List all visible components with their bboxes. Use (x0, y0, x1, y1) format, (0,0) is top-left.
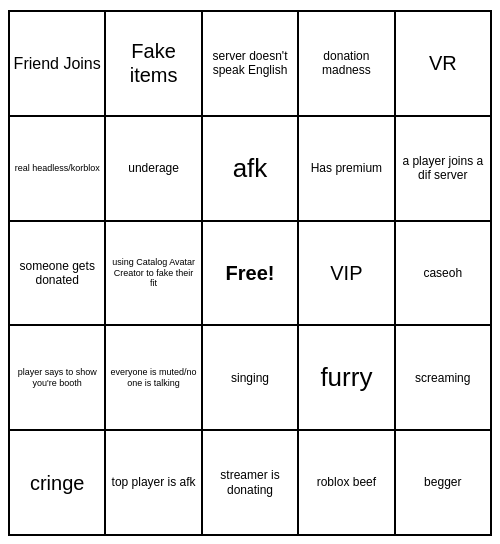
bingo-cell: donation madness (299, 12, 395, 117)
bingo-cell: afk (203, 117, 299, 222)
bingo-cell: using Catalog Avatar Creator to fake the… (106, 222, 202, 327)
bingo-cell: top player is afk (106, 431, 202, 536)
bingo-cell: streamer is donating (203, 431, 299, 536)
bingo-cell: Free! (203, 222, 299, 327)
bingo-cell: a player joins a dif server (396, 117, 492, 222)
bingo-cell: VR (396, 12, 492, 117)
bingo-cell: server doesn't speak English (203, 12, 299, 117)
bingo-cell: Friend Joins (10, 12, 106, 117)
bingo-grid: Friend JoinsFake itemsserver doesn't spe… (8, 10, 492, 536)
bingo-cell: singing (203, 326, 299, 431)
bingo-cell: cringe (10, 431, 106, 536)
bingo-cell: caseoh (396, 222, 492, 327)
bingo-cell: furry (299, 326, 395, 431)
bingo-cell: Fake items (106, 12, 202, 117)
bingo-cell: underage (106, 117, 202, 222)
bingo-cell: begger (396, 431, 492, 536)
bingo-cell: Has premium (299, 117, 395, 222)
bingo-cell: roblox beef (299, 431, 395, 536)
bingo-cell: everyone is muted/no one is talking (106, 326, 202, 431)
bingo-cell: screaming (396, 326, 492, 431)
bingo-cell: player says to show you're booth (10, 326, 106, 431)
bingo-cell: VIP (299, 222, 395, 327)
bingo-cell: real headless/korblox (10, 117, 106, 222)
bingo-cell: someone gets donated (10, 222, 106, 327)
